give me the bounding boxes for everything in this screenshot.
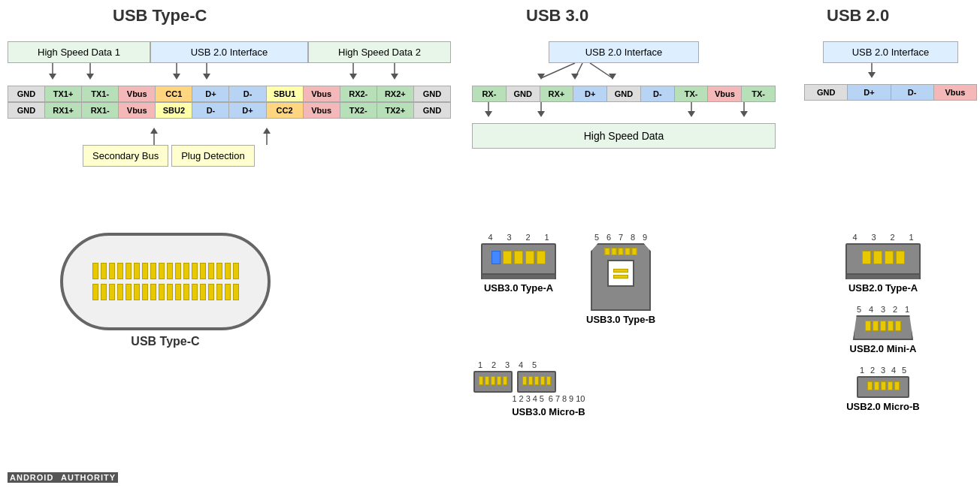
usb20-miniA-nums: 5 4 3 2 1 bbox=[853, 305, 913, 314]
svg-marker-15 bbox=[263, 128, 271, 134]
pin-cell: GND bbox=[8, 86, 45, 101]
pin-cell: RX- bbox=[473, 86, 507, 101]
usb20-typeA-nums: 4 3 2 1 bbox=[845, 233, 921, 242]
pin-cell: Vbus bbox=[304, 86, 340, 101]
pin-cell: RX1- bbox=[82, 103, 119, 118]
connector-pin bbox=[208, 284, 214, 300]
pin-cell: GND bbox=[805, 85, 848, 100]
connector-pin bbox=[142, 263, 148, 279]
typeB-outer bbox=[591, 243, 651, 311]
title-usb20: USB 2.0 bbox=[827, 6, 889, 26]
connector-pin bbox=[200, 284, 206, 300]
svg-marker-5 bbox=[173, 74, 180, 80]
svg-marker-27 bbox=[688, 111, 695, 117]
usb30-typeB-body bbox=[591, 243, 651, 311]
connector-pin bbox=[117, 284, 123, 300]
pin-cell: D+ bbox=[229, 103, 266, 118]
pin-cell: Vbus bbox=[119, 103, 156, 118]
usb20-typeA-label: USB2.0 Type-A bbox=[789, 282, 977, 294]
usb20-miniA-body bbox=[853, 315, 913, 340]
usb30-typeB-wrap: 5 6 7 8 9 bbox=[586, 233, 655, 325]
title-usb30: USB 3.0 bbox=[526, 6, 588, 26]
connector-pin bbox=[159, 284, 165, 300]
usb30-section: USB 2.0 Interface RX-GNDRX+D+GNDD-TX-Vbu… bbox=[466, 41, 782, 149]
svg-marker-13 bbox=[150, 128, 158, 134]
pin-yellow bbox=[503, 251, 512, 264]
pin-cell: TX1+ bbox=[45, 86, 82, 101]
connector-pin bbox=[225, 263, 231, 279]
typec-bottom-labels: Secondary Bus Plug Detection bbox=[8, 145, 451, 167]
pin-cell: Vbus bbox=[708, 86, 742, 101]
usb20-microB-label: USB2.0 Micro-B bbox=[789, 401, 977, 412]
connector-pin bbox=[150, 284, 156, 300]
connector-pin bbox=[225, 284, 231, 300]
typec-pin-row2: GNDRX1+RX1-VbusSBU2D-D+CC2VbusTX2-TX2+GN… bbox=[8, 102, 451, 119]
usb20-interface-box: USB 2.0 Interface bbox=[823, 41, 958, 63]
typec-connector-label: USB Type-C bbox=[60, 335, 271, 348]
usb20-typeA-base bbox=[845, 275, 921, 279]
typec-connector-body bbox=[60, 233, 271, 330]
connector-pin bbox=[233, 263, 239, 279]
usb30-typeA-label: USB3.0 Type-A bbox=[481, 282, 556, 294]
pin-cell: GND bbox=[8, 103, 45, 118]
microB-right-pins bbox=[522, 376, 551, 385]
pin-cell: D- bbox=[641, 86, 675, 101]
pin-cell: RX+ bbox=[540, 86, 574, 101]
pin-cell: D+ bbox=[848, 85, 891, 100]
usb30-microB-pair bbox=[473, 371, 624, 393]
watermark-brand: ANDROID bbox=[8, 472, 56, 483]
connector-pin bbox=[216, 284, 222, 300]
svg-marker-29 bbox=[740, 111, 748, 117]
typec-pins-top bbox=[92, 263, 239, 279]
connector-pin bbox=[167, 263, 173, 279]
svg-marker-25 bbox=[537, 111, 545, 117]
usb20-section: USB 2.0 Interface GNDD+D-Vbus bbox=[804, 41, 977, 101]
pin-cell: TX2- bbox=[340, 103, 377, 118]
usb30-typeB-nums: 5 6 7 8 9 bbox=[591, 233, 651, 242]
title-typec: USB Type-C bbox=[113, 6, 207, 26]
pin-yellow bbox=[525, 251, 534, 264]
typeB-inner-box bbox=[607, 260, 634, 287]
usb30-typeB-label: USB3.0 Type-B bbox=[586, 314, 655, 325]
usb30-interface-box: USB 2.0 Interface bbox=[549, 41, 699, 63]
connector-pin bbox=[192, 263, 198, 279]
usb20-microB-wrap: 1 2 3 4 5 USB2.0 Micro-B bbox=[789, 366, 977, 412]
usb30-microB-label: USB3.0 Micro-B bbox=[473, 406, 624, 417]
connector-pin bbox=[101, 263, 107, 279]
usb30-typeA-body bbox=[481, 243, 556, 275]
connector-pin bbox=[109, 284, 115, 300]
pin-cell: D- bbox=[192, 103, 229, 118]
usb20-miniA-wrap: 5 4 3 2 1 USB2.0 Mini-A bbox=[789, 305, 977, 354]
usb30-hs-data-box: High Speed Data bbox=[472, 123, 776, 149]
svg-line-16 bbox=[541, 63, 575, 78]
typec-arrows-up bbox=[8, 119, 451, 145]
svg-marker-31 bbox=[868, 72, 876, 78]
typec-connector-diagram: USB Type-C bbox=[60, 233, 271, 348]
connector-pin bbox=[175, 284, 181, 300]
connector-pin bbox=[150, 263, 156, 279]
pin-cell: D+ bbox=[573, 86, 607, 101]
usb20-pin-row: GNDD+D-Vbus bbox=[804, 84, 977, 101]
pin-cell: RX2- bbox=[340, 86, 377, 101]
usb30-interface-wrap: USB 2.0 Interface bbox=[466, 41, 782, 63]
usb-interface-label-typec: USB 2.0 Interface bbox=[150, 41, 308, 63]
svg-marker-23 bbox=[485, 111, 492, 117]
pin-cell: GND bbox=[507, 86, 540, 101]
pin-cell: Vbus bbox=[934, 85, 976, 100]
usb30-typeA-wrap: 4 3 2 1 USB3.0 Type-A bbox=[481, 233, 556, 294]
connector-pin bbox=[192, 284, 198, 300]
svg-line-20 bbox=[590, 63, 612, 78]
pin-cell: TX1- bbox=[82, 86, 119, 101]
plug-detection-label: Plug Detection bbox=[171, 145, 255, 167]
pin-cell: CC1 bbox=[156, 86, 192, 101]
pin-cell: SBU1 bbox=[267, 86, 304, 101]
connector-pin bbox=[175, 263, 181, 279]
pin-cell: TX- bbox=[675, 86, 709, 101]
svg-marker-3 bbox=[86, 74, 94, 80]
usb30-microB-wrap: 12345 bbox=[473, 360, 624, 417]
connector-pin bbox=[126, 284, 132, 300]
pin-blue bbox=[492, 251, 501, 264]
pin-cell: GND bbox=[414, 86, 450, 101]
pin-cell: CC2 bbox=[267, 103, 304, 118]
usb20-miniA-label: USB2.0 Mini-A bbox=[789, 343, 977, 354]
